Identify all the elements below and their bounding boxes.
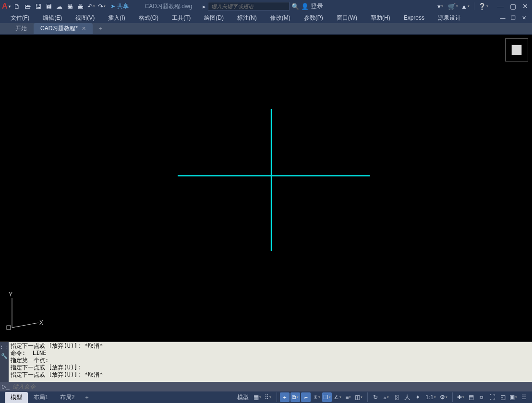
close-button[interactable]: ✕ xyxy=(520,1,530,11)
layout-tab-model[interactable]: 模型 xyxy=(5,392,28,403)
exchange-icon[interactable]: ▾ xyxy=(436,2,444,10)
command-input[interactable] xyxy=(12,383,530,390)
svg-line-4 xyxy=(12,323,38,328)
ortho-icon[interactable]: ⌐ xyxy=(301,392,311,402)
menu-bar: 文件(F) 编辑(E) 视图(V) 插入(I) 格式(O) 工具(T) 绘图(D… xyxy=(0,12,532,23)
tab-add[interactable]: ＋ xyxy=(93,23,108,34)
grip-icon: ⋮⋮ xyxy=(0,344,10,350)
mdi-controls: — ❐ ✕ xyxy=(498,14,528,22)
print-icon[interactable]: 🖶 xyxy=(77,2,85,10)
view-cube-face xyxy=(511,45,522,55)
title-bar: A 🗋 🗁 🖫 🖬 ☁ 🖶 🖶 ↶ ↷ ➤ 共享 CAD习题教程.dwg ▸ 🔍… xyxy=(0,0,532,12)
svg-rect-6 xyxy=(7,326,11,330)
save-icon[interactable]: 🖫 xyxy=(35,2,42,10)
menu-file[interactable]: 文件(F) xyxy=(4,14,36,22)
annotation-scale-label[interactable]: 1:1 xyxy=(423,392,438,402)
selection-filter-icon[interactable]: 人 xyxy=(402,392,412,402)
dynamic-input-icon[interactable]: ⧉ xyxy=(290,392,300,402)
menu-param[interactable]: 参数(P) xyxy=(297,14,330,22)
3dosnap-icon[interactable]: ⟁ xyxy=(381,392,391,402)
quick-access-toolbar: 🗋 🗁 🖫 🖬 ☁ 🖶 🖶 ↶ ↷ ➤ 共享 xyxy=(13,2,129,11)
plot-icon[interactable]: 🖶 xyxy=(66,2,74,10)
document-title: CAD习题教程.dwg xyxy=(145,2,193,11)
menu-view[interactable]: 视图(V) xyxy=(69,14,101,22)
status-buttons: 模型 ▦ ⠿ ＋ ⧉ ⌐ ✳ ☐ ∠ ≡ ◫ ↻ ⟁ ⍄ 人 ✦ 1:1 ⚙ ✚… xyxy=(233,392,532,402)
snap-icon[interactable]: ⠿ xyxy=(263,392,273,402)
menu-dim[interactable]: 标注(N) xyxy=(230,14,264,22)
cycling-icon[interactable]: ↻ xyxy=(371,392,380,402)
minimize-button[interactable]: — xyxy=(496,1,505,11)
hardware-accel-icon[interactable]: ⛶ xyxy=(487,392,497,402)
svg-text:X: X xyxy=(39,319,43,326)
mdi-restore[interactable]: ❐ xyxy=(509,14,518,22)
grid-icon[interactable]: ▦ xyxy=(253,392,262,402)
transparency-icon[interactable]: ◫ xyxy=(354,392,363,402)
layout-tab-1[interactable]: 布局1 xyxy=(28,392,54,403)
menu-insert[interactable]: 插入(I) xyxy=(101,14,132,22)
share-button[interactable]: ➤ 共享 xyxy=(110,2,129,11)
document-tab-bar: 开始 CAD习题教程* ✕ ＋ xyxy=(0,23,532,35)
undo-icon[interactable]: ↶ xyxy=(87,2,95,10)
menu-edit[interactable]: 编辑(E) xyxy=(36,14,69,22)
ducs-icon[interactable]: ⍄ xyxy=(392,392,401,402)
status-bar: 模型 布局1 布局2 ＋ 模型 ▦ ⠿ ＋ ⧉ ⌐ ✳ ☐ ∠ ≡ ◫ ↻ ⟁ … xyxy=(0,391,532,403)
layout-tab-add[interactable]: ＋ xyxy=(80,392,94,403)
menu-yuanquan[interactable]: 源泉设计 xyxy=(431,14,468,22)
lineweight-icon[interactable]: ≡ xyxy=(343,392,353,402)
menu-window[interactable]: 窗口(W) xyxy=(330,14,364,22)
saveas-icon[interactable]: 🖬 xyxy=(45,2,53,10)
user-icon: 👤 xyxy=(301,3,309,10)
wrench-icon[interactable]: 🔧 xyxy=(1,353,8,359)
tab-document[interactable]: CAD习题教程* ✕ xyxy=(34,23,93,34)
tab-start[interactable]: 开始 xyxy=(9,23,34,34)
drawing-canvas[interactable]: Y X xyxy=(0,35,532,342)
window-controls: — ▢ ✕ xyxy=(496,1,530,11)
layout-tabs: 模型 布局1 布局2 ＋ xyxy=(0,391,94,403)
login-label: 登录 xyxy=(311,2,323,11)
units-icon[interactable]: ▤ xyxy=(466,392,476,402)
command-prompt-icon: ▷_ xyxy=(2,383,10,390)
search-input[interactable] xyxy=(208,2,290,11)
open-icon[interactable]: 🗁 xyxy=(24,2,32,10)
menu-draw[interactable]: 绘图(D) xyxy=(197,14,230,22)
workspace-icon[interactable]: ⚙ xyxy=(439,392,448,402)
clean-screen-icon[interactable]: ▣ xyxy=(508,392,518,402)
quick-prop-icon[interactable]: ⧈ xyxy=(477,392,486,402)
help-icon[interactable]: ❔ xyxy=(479,2,487,10)
view-cube[interactable] xyxy=(505,38,528,61)
web-save-icon[interactable]: ☁ xyxy=(56,2,63,10)
apps-icon[interactable]: ▲ xyxy=(461,2,469,10)
cart-icon[interactable]: 🛒 xyxy=(449,2,457,10)
command-input-row: ▷_ xyxy=(0,382,532,391)
title-right-tools: ▾ 🛒 ▲ ❔ — ▢ ✕ xyxy=(434,1,530,11)
search-icon[interactable]: 🔍 xyxy=(291,3,299,10)
osnap-icon[interactable]: ☐ xyxy=(322,392,332,402)
tab-document-label: CAD习题教程* xyxy=(40,24,78,33)
menu-tools[interactable]: 工具(T) xyxy=(165,14,197,22)
gizmo-icon[interactable]: ✦ xyxy=(413,392,423,402)
mdi-close[interactable]: ✕ xyxy=(520,14,528,22)
maximize-button[interactable]: ▢ xyxy=(508,1,518,11)
infer-icon[interactable]: ＋ xyxy=(280,392,290,402)
command-history[interactable]: 指定下一点或 [放弃(U)]: *取消* 命令: LINE 指定第一个点: 指定… xyxy=(9,342,532,382)
menu-help[interactable]: 帮助(H) xyxy=(364,14,397,22)
app-logo[interactable]: A xyxy=(2,2,11,11)
customize-icon[interactable]: ☰ xyxy=(519,392,529,402)
layout-tab-2[interactable]: 布局2 xyxy=(54,392,81,403)
tab-close-icon[interactable]: ✕ xyxy=(82,25,86,32)
menu-express[interactable]: Express xyxy=(397,14,431,21)
command-panel: ⋮⋮ 🔧 指定下一点或 [放弃(U)]: *取消* 命令: LINE 指定第一个… xyxy=(0,342,532,391)
menu-format[interactable]: 格式(O) xyxy=(132,14,165,22)
new-icon[interactable]: 🗋 xyxy=(13,2,21,10)
polar-icon[interactable]: ✳ xyxy=(312,392,321,402)
mdi-minimize[interactable]: — xyxy=(498,14,507,22)
svg-text:Y: Y xyxy=(9,291,12,298)
login-button[interactable]: 👤 登录 xyxy=(301,2,323,11)
isolate-icon[interactable]: ◱ xyxy=(498,392,508,402)
command-handle[interactable]: ⋮⋮ 🔧 xyxy=(0,342,9,382)
annotation-monitor-icon[interactable]: ✚ xyxy=(456,392,465,402)
modelspace-button[interactable]: 模型 xyxy=(234,392,252,402)
redo-icon[interactable]: ↷ xyxy=(98,2,106,10)
menu-modify[interactable]: 修改(M) xyxy=(264,14,297,22)
otrack-icon[interactable]: ∠ xyxy=(333,392,342,402)
